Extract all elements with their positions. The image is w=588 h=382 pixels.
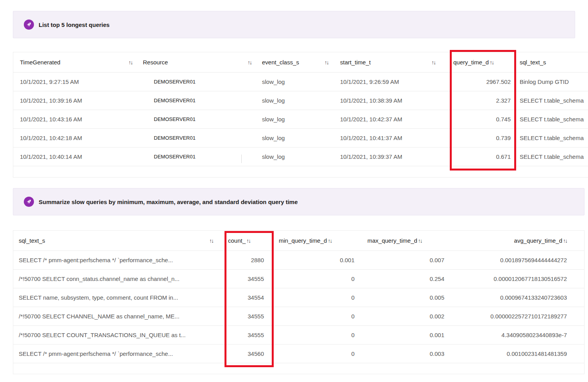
column-header-label: start_time_t [340, 59, 371, 66]
sort-icon[interactable]: ↑↓ [418, 238, 422, 244]
sort-icon[interactable]: ↑↓ [248, 59, 251, 66]
table-row[interactable]: SELECT /* pmm-agent:perfschema */ `perfo… [13, 251, 584, 270]
cell-start-time: 10/1/2021, 10:38:39 AM [334, 91, 450, 110]
sort-icon[interactable]: ↑↓ [128, 59, 132, 66]
sort-icon[interactable]: ↑↓ [563, 238, 567, 244]
top-queries-table: TimeGenerated ↑↓ Resource ↑↓ event_class… [13, 52, 588, 178]
column-header-resource[interactable]: Resource ↑↓ [137, 52, 256, 72]
prompt-banner-label: List top 5 longest queries [39, 21, 110, 28]
table-row[interactable]: 10/1/2021, 9:27:15 AM DEMOSERVER01 slow_… [13, 73, 588, 91]
column-header-label: min_query_time_d [279, 237, 327, 244]
column-header-min-query-time[interactable]: min_query_time_d ↑↓ [274, 231, 358, 251]
sort-icon[interactable]: ↑↓ [324, 59, 328, 66]
sort-icon[interactable]: ↑↓ [490, 59, 494, 66]
cell-resource: DEMOSERVER01 [137, 129, 256, 147]
column-header-max-query-time[interactable]: max_query_time_d ↑↓ [358, 231, 447, 251]
cell-count: 34555 [225, 326, 274, 344]
column-resize-grip[interactable] [241, 155, 242, 163]
table-row[interactable]: /*!50700 SELECT CHANNEL_NAME as channel_… [13, 307, 584, 326]
cell-avg-query-time: 0.0009674133240723603 [447, 288, 584, 307]
column-header-label: sql_text_s [520, 59, 546, 66]
cell-sql-text: /*!50700 SELECT COUNT_TRANSACTIONS_IN_QU… [13, 326, 225, 344]
column-header-sql-text[interactable]: sql_text_s ↑↓ [13, 231, 225, 251]
cell-sql-text: SELECT t.table_schema [517, 129, 588, 147]
column-header-label: query_time_d [453, 59, 489, 66]
table-row[interactable]: 10/1/2021, 10:43:16 AM DEMOSERVER01 slow… [13, 110, 588, 129]
prompt-banner-label: Summarize slow queries by minimum, maxim… [39, 199, 298, 205]
cell-max-query-time: 0.005 [358, 288, 447, 307]
cell-query-time: 2.327 [450, 91, 517, 110]
column-header-count[interactable]: count_ ↑↓ [225, 231, 274, 251]
sort-icon[interactable]: ↑↓ [246, 238, 250, 244]
cell-time-generated: 10/1/2021, 10:43:16 AM [13, 110, 137, 128]
cell-start-time: 10/1/2021, 10:39:37 AM [334, 147, 450, 166]
cell-count: 34560 [225, 345, 274, 363]
cell-max-query-time: 0.001 [358, 326, 447, 344]
cell-resource: DEMOSERVER01 [137, 73, 256, 91]
cell-event-class: slow_log [256, 129, 334, 147]
cell-time-generated: 10/1/2021, 9:27:15 AM [13, 73, 137, 91]
cell-count: 34554 [225, 288, 274, 307]
table-row[interactable]: 10/1/2021, 10:42:18 AM DEMOSERVER01 slow… [13, 129, 588, 147]
cell-resource: DEMOSERVER01 [137, 147, 256, 166]
cell-avg-query-time: 0.0018975694444444272 [447, 251, 584, 269]
cell-query-time: 2967.502 [450, 73, 517, 91]
column-header-timegenerated[interactable]: TimeGenerated ↑↓ [13, 52, 137, 72]
cell-start-time: 10/1/2021, 9:26:59 AM [334, 73, 450, 91]
column-header-query-time[interactable]: query_time_d ↑↓ [450, 52, 517, 72]
cell-event-class: slow_log [256, 147, 334, 166]
table-row[interactable]: SELECT /* pmm-agent:perfschema */ `perfo… [13, 345, 584, 363]
cell-sql-text: Binlog Dump GTID [517, 73, 588, 91]
cell-avg-query-time: 0.000012067718130516572 [447, 270, 584, 288]
cell-resource: DEMOSERVER01 [137, 110, 256, 128]
cell-count: 34555 [225, 307, 274, 325]
cell-max-query-time: 0.007 [358, 251, 447, 269]
cell-event-class: slow_log [256, 91, 334, 110]
cell-avg-query-time: 4.3409058023440893e-7 [447, 326, 584, 344]
table-header-row: sql_text_s ↑↓ count_ ↑↓ min_query_time_d… [13, 231, 584, 251]
cell-time-generated: 10/1/2021, 10:40:14 AM [13, 147, 137, 166]
cell-sql-text: /*!50700 SELECT CHANNEL_NAME as channel_… [13, 307, 225, 325]
cell-sql-text: SELECT /* pmm-agent:perfschema */ `perfo… [13, 345, 225, 363]
cell-event-class: slow_log [256, 110, 334, 128]
sort-icon[interactable]: ↑↓ [328, 238, 331, 244]
table-header-row: TimeGenerated ↑↓ Resource ↑↓ event_class… [13, 52, 588, 73]
cell-resource: DEMOSERVER01 [137, 91, 256, 110]
cell-min-query-time: 0 [274, 288, 358, 307]
table-row[interactable]: SELECT name, subsystem, type, comment, c… [13, 288, 584, 307]
cell-max-query-time: 0.003 [358, 345, 447, 363]
column-header-label: count_ [228, 237, 246, 244]
column-header-event-class[interactable]: event_class_s ↑↓ [256, 52, 334, 72]
column-header-label: event_class_s [262, 59, 299, 66]
column-header-avg-query-time[interactable]: avg_query_time_d ↑↓ [447, 231, 584, 251]
column-header-start-time[interactable]: start_time_t ↑↓ [334, 52, 450, 72]
summary-table: sql_text_s ↑↓ count_ ↑↓ min_query_time_d… [13, 230, 584, 374]
cell-min-query-time: 0.001 [274, 251, 358, 269]
cell-sql-text: SELECT /* pmm-agent:perfschema */ `perfo… [13, 251, 225, 269]
sort-icon[interactable]: ↑↓ [431, 59, 435, 66]
prompt-banner-summarize: Summarize slow queries by minimum, maxim… [13, 188, 584, 215]
table-row[interactable]: 10/1/2021, 10:39:16 AM DEMOSERVER01 slow… [13, 91, 588, 110]
cell-query-time: 0.671 [450, 147, 517, 166]
cell-min-query-time: 0 [274, 270, 358, 288]
cell-start-time: 10/1/2021, 10:41:37 AM [334, 129, 450, 147]
column-header-label: max_query_time_d [367, 237, 417, 244]
cell-sql-text: SELECT t.table_schema [517, 147, 588, 166]
table-row[interactable]: /*!50700 SELECT conn_status.channel_name… [13, 270, 584, 288]
cell-sql-text: SELECT t.table_schema [517, 91, 588, 110]
prompt-banner-top-queries: List top 5 longest queries [13, 11, 575, 38]
sort-icon[interactable]: ↑↓ [209, 238, 213, 244]
cell-sql-text: SELECT name, subsystem, type, comment, c… [13, 288, 225, 307]
table-row[interactable]: /*!50700 SELECT COUNT_TRANSACTIONS_IN_QU… [13, 326, 584, 345]
cell-start-time: 10/1/2021, 10:42:37 AM [334, 110, 450, 128]
table-row[interactable]: 10/1/2021, 10:40:14 AM DEMOSERVER01 slow… [13, 147, 588, 166]
cell-max-query-time: 0.254 [358, 270, 447, 288]
cell-count: 2880 [225, 251, 274, 269]
rocket-icon [24, 197, 34, 207]
column-header-label: Resource [143, 59, 168, 66]
column-header-label: TimeGenerated [20, 59, 61, 66]
cell-avg-query-time: 0.00100231481481359 [447, 345, 584, 363]
column-header-sql-text[interactable]: sql_text_s [517, 52, 588, 72]
cell-min-query-time: 0 [274, 307, 358, 325]
cell-max-query-time: 0.002 [358, 307, 447, 325]
